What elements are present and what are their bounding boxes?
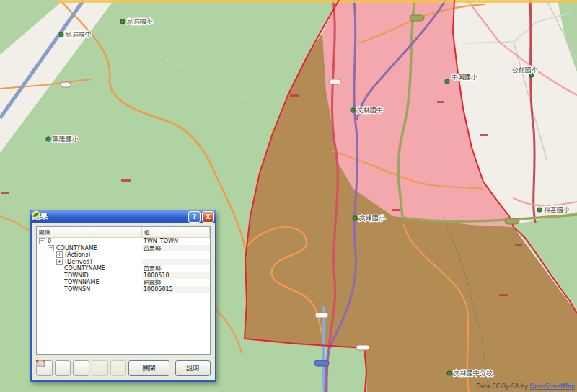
- results-tree[interactable]: 圖徵 值 −0 TWN_TOWN −COUNTYNAME 苗栗縣 +(Actio…: [36, 226, 211, 355]
- tree-row-attribute[interactable]: TOWNID 1000510: [37, 272, 210, 280]
- expand-new-results-button[interactable]: [73, 360, 89, 376]
- school-label: 福基國小: [544, 206, 570, 213]
- tree-row-derived[interactable]: +(Derived): [37, 259, 210, 266]
- dialog-toolbar: 關閉 說明: [36, 360, 211, 376]
- copy-feature-button[interactable]: [92, 360, 108, 376]
- school-label: 公館國小: [512, 66, 538, 74]
- value-column-header[interactable]: 值: [142, 227, 210, 237]
- expand-expander-icon[interactable]: +: [56, 251, 63, 258]
- tree-header[interactable]: 圖徵 值: [37, 227, 210, 238]
- school-label: 文林國中: [357, 107, 383, 114]
- school-label: 烏眉國中: [65, 31, 92, 38]
- tree-row-value: 銅鑼鄉: [142, 279, 210, 286]
- tree-row-layer[interactable]: −0 TWN_TOWN: [37, 238, 210, 245]
- school-label: 中興國小: [452, 74, 477, 81]
- printer-icon: [36, 360, 45, 368]
- tree-row-value: 苗栗縣: [142, 245, 210, 252]
- tree-row-attribute[interactable]: COUNTYNAME 苗栗縣: [37, 265, 210, 272]
- tree-row-value: [142, 259, 210, 266]
- tree-row-value: 1000510: [142, 272, 210, 280]
- collapse-expander-icon[interactable]: −: [48, 245, 54, 251]
- feature-column-header[interactable]: 圖徵: [37, 227, 142, 237]
- collapse-expander-icon[interactable]: −: [39, 238, 45, 244]
- map-attribution: Data CC-By-SA by OpenStreetMap: [476, 383, 575, 390]
- print-button[interactable]: [110, 360, 127, 376]
- tree-row-value: TWN_TOWN: [142, 238, 210, 245]
- tree-row-value: 10005015: [142, 286, 210, 293]
- gis-app-window: 烏眉國小 烏眉國中 興隆國小 文林國中 文峰國小 中興國小 公館國小 福基國小 …: [0, 0, 577, 392]
- school-label: 興隆國小: [53, 135, 79, 143]
- close-button[interactable]: 關閉: [128, 360, 169, 376]
- river: [323, 306, 325, 392]
- openstreetmap-link[interactable]: OpenStreetMap: [529, 383, 575, 390]
- collapse-tree-button[interactable]: [55, 360, 71, 376]
- tree-row-value: 苗栗縣: [142, 265, 210, 272]
- tree-row-attribute[interactable]: TOWNNAME 銅鑼鄉: [37, 279, 210, 286]
- tree-row-value: [142, 251, 210, 259]
- dialog-close-icon[interactable]: X: [202, 211, 214, 223]
- school-label: 文峰國小: [359, 215, 385, 222]
- dialog-help-button[interactable]: ?: [188, 211, 201, 223]
- help-button[interactable]: 說明: [175, 360, 211, 376]
- qgis-app-icon: [32, 210, 40, 219]
- expand-expander-icon[interactable]: +: [56, 259, 63, 265]
- dialog-title: 結果: [32, 212, 187, 222]
- tree-row-feature[interactable]: −COUNTYNAME 苗栗縣: [37, 245, 210, 252]
- dialog-titlebar[interactable]: 結果 ? X: [30, 210, 216, 223]
- identify-results-dialog: 結果 ? X 圖徵 值 −0 TWN_TOWN −COUNTYNAME 苗栗縣: [30, 210, 216, 382]
- tree-row-actions[interactable]: +(Actions): [37, 251, 210, 259]
- school-label: 烏眉國小: [126, 18, 153, 25]
- tree-row-attribute[interactable]: TOWNSN 10005015: [37, 286, 210, 293]
- dialog-client-area: 圖徵 值 −0 TWN_TOWN −COUNTYNAME 苗栗縣 +(Actio…: [35, 226, 212, 378]
- school-label: 文林國中分校: [454, 370, 493, 377]
